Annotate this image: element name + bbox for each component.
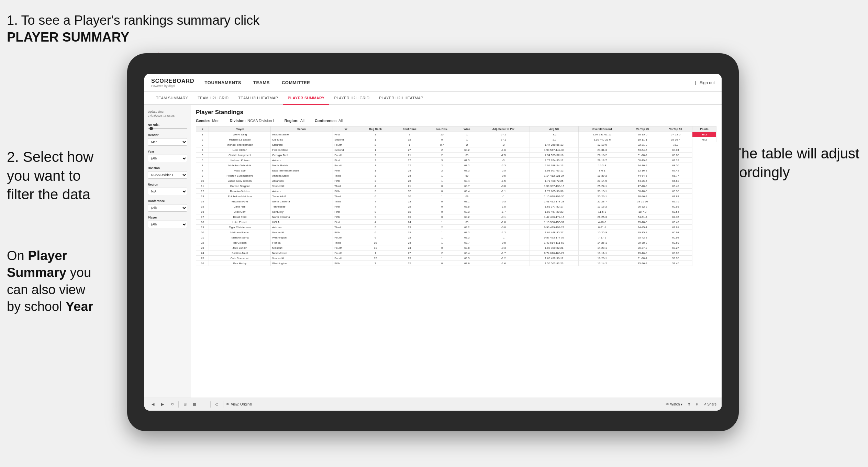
toolbar-time-btn[interactable]: ⏱ bbox=[213, 401, 220, 408]
table-cell: 69.8 bbox=[457, 245, 477, 251]
table-row: 4Luke ClatonFlorida StateSecond127268.2-… bbox=[196, 147, 716, 153]
table-cell: 1.98 547-142-38 bbox=[530, 147, 579, 153]
col-adj-score: Adj. Score to Par bbox=[477, 126, 530, 132]
toolbar-icon1[interactable]: ⬆ bbox=[688, 402, 690, 406]
toolbar-grid2-btn[interactable]: ▦ bbox=[191, 401, 198, 408]
table-row: 7Nicholas GabrelcikNorth FloridaFourth12… bbox=[196, 163, 716, 168]
table-cell: 69.3 bbox=[457, 235, 477, 240]
table-cell: 69.3 bbox=[457, 256, 477, 261]
table-cell: 31-38-4 bbox=[626, 256, 659, 261]
table-cell: 1.66 377-82-17 bbox=[530, 204, 579, 209]
table-cell: 2 bbox=[427, 168, 457, 173]
table-cell: 28-12-7 bbox=[578, 158, 626, 163]
table-cell: UCLA bbox=[271, 220, 333, 225]
table-cell: 3 bbox=[427, 158, 457, 163]
tablet: SCOREBOARD Powered by dippi TOURNAMENTS … bbox=[127, 53, 739, 431]
table-cell: 26-27-2 bbox=[626, 245, 659, 251]
main-content: Player Standings Gender: Men Division: N… bbox=[191, 105, 722, 398]
table-cell: New Mexico bbox=[271, 251, 333, 256]
player-select[interactable]: (All) bbox=[148, 221, 187, 228]
table-cell: -2.5 bbox=[477, 153, 530, 158]
table-cell: Fifth bbox=[333, 204, 359, 209]
table-cell: 68.4 bbox=[457, 189, 477, 194]
col-school: School bbox=[271, 126, 333, 132]
table-cell: 68.4 bbox=[457, 178, 477, 184]
table-cell: 63 bbox=[457, 220, 477, 225]
table-cell: 24 bbox=[392, 240, 427, 245]
sub-nav-player-h2h-heatmap[interactable]: PLAYER H2H HEATMAP bbox=[374, 92, 428, 105]
toolbar-forward-btn[interactable]: ▶ bbox=[159, 401, 166, 408]
table-row: 15Jake HallTennesseeFifth728068.5-1.51.6… bbox=[196, 204, 716, 209]
table-row: 19Tiger ChristensenArizonaThird523269.2-… bbox=[196, 225, 716, 230]
table-cell: 1 bbox=[196, 132, 209, 137]
gender-select[interactable]: Men bbox=[148, 138, 187, 146]
sub-nav-player-h2h-grid[interactable]: PLAYER H2H GRID bbox=[329, 92, 374, 105]
table-cell: Missouri bbox=[271, 245, 333, 251]
table-cell: 2 bbox=[359, 153, 392, 158]
nav-items: TOURNAMENTS TEAMS COMMITTEE bbox=[205, 78, 695, 87]
nav-committee[interactable]: COMMITTEE bbox=[282, 78, 310, 87]
toolbar-reload-btn[interactable]: ↺ bbox=[169, 401, 176, 408]
table-row: 25Cole SherwoodVanderbiltFourth1223169.3… bbox=[196, 256, 716, 261]
table-cell: 53-51-10 bbox=[626, 199, 659, 204]
col-points: Points bbox=[692, 126, 716, 132]
table-cell: -2.3 bbox=[477, 163, 530, 168]
table-cell: North Carolina bbox=[271, 214, 333, 220]
table-cell: 69 bbox=[457, 194, 477, 199]
table-cell: 1.14 412-221-24 bbox=[530, 173, 579, 178]
table-cell: Jacob Skov Olesen bbox=[209, 178, 271, 184]
table-cell: Fourth bbox=[333, 153, 359, 158]
table-cell: 54-51-4 bbox=[626, 214, 659, 220]
table-cell: 27-10-2 bbox=[578, 153, 626, 158]
table-cell: 8.7 bbox=[427, 142, 457, 147]
table-cell: 1.92 467-29-23 bbox=[530, 209, 579, 214]
toolbar-icon2[interactable]: ⬇ bbox=[695, 402, 698, 406]
no-rds-slider[interactable] bbox=[148, 128, 187, 129]
table-cell: 67.3 bbox=[457, 158, 477, 163]
table-row: 12Brendan ValdesAuburnFifth537068.4-1.11… bbox=[196, 189, 716, 194]
table-cell: 62.75 bbox=[659, 199, 692, 204]
table-cell: 18-7-3 bbox=[626, 209, 659, 214]
share-btn[interactable]: ↗ Share bbox=[703, 402, 716, 406]
table-cell: 25-18-0 bbox=[626, 220, 659, 225]
toolbar-dash-btn[interactable]: — bbox=[201, 401, 208, 408]
table-row: 13Phichaksn MaichonTexas A&MThird630169-… bbox=[196, 194, 716, 199]
table-cell: Fifth bbox=[333, 168, 359, 173]
eye-icon: 👁 bbox=[226, 402, 230, 406]
table-cell: Third bbox=[333, 194, 359, 199]
conference-select[interactable]: (All) bbox=[148, 204, 187, 212]
table-cell: 14-26-1 bbox=[578, 240, 626, 245]
table-cell: 63.47 bbox=[659, 220, 692, 225]
watch-btn[interactable]: 👁 Watch ▾ bbox=[666, 402, 682, 406]
division-select[interactable]: NCAA Division I bbox=[148, 171, 187, 179]
table-cell: 10-25-9 bbox=[578, 230, 626, 235]
sub-nav-team-summary[interactable]: TEAM SUMMARY bbox=[151, 92, 193, 105]
sub-nav-player-summary[interactable]: PLAYER SUMMARY bbox=[283, 92, 329, 105]
sign-out[interactable]: Sign out bbox=[700, 80, 715, 85]
table-cell: 0.96 429-198-22 bbox=[530, 225, 579, 230]
region-select[interactable]: N/A bbox=[148, 188, 187, 195]
nav-teams[interactable]: TEAMS bbox=[253, 78, 270, 87]
table-cell: 60.02 bbox=[659, 251, 692, 256]
table-cell: 12-16-3 bbox=[626, 168, 659, 173]
table-cell: Alex Goff bbox=[209, 209, 271, 214]
table-cell: East Tennessee State bbox=[271, 168, 333, 173]
table-cell: 68.2 bbox=[457, 163, 477, 168]
table-cell: 3 bbox=[359, 173, 392, 178]
toolbar-back-btn[interactable]: ◀ bbox=[149, 401, 156, 408]
table-body: 1Wenyi DingArizona StateFirst1115167.1-3… bbox=[196, 132, 716, 266]
table-cell: 68.7 bbox=[457, 240, 477, 245]
sub-nav-team-h2h-heatmap[interactable]: TEAM H2H HEATMAP bbox=[233, 92, 283, 105]
sidebar-section-year: Year (All) bbox=[148, 150, 187, 162]
table-cell: Fourth bbox=[333, 142, 359, 147]
table-cell: 28 bbox=[392, 204, 427, 209]
nav-tournaments[interactable]: TOURNAMENTS bbox=[205, 78, 241, 87]
table-cell: -0.1 bbox=[477, 214, 530, 220]
toolbar-grid-btn[interactable]: ⊞ bbox=[181, 401, 188, 408]
year-select[interactable]: (All) bbox=[148, 155, 187, 162]
table-cell: 1.47 258-86-13 bbox=[530, 142, 579, 147]
table-cell: 68.56 bbox=[659, 163, 692, 168]
table-cell: 11 bbox=[196, 184, 209, 189]
table-cell: 12-10-0 bbox=[578, 142, 626, 147]
sub-nav-team-h2h-grid[interactable]: TEAM H2H GRID bbox=[193, 92, 233, 105]
